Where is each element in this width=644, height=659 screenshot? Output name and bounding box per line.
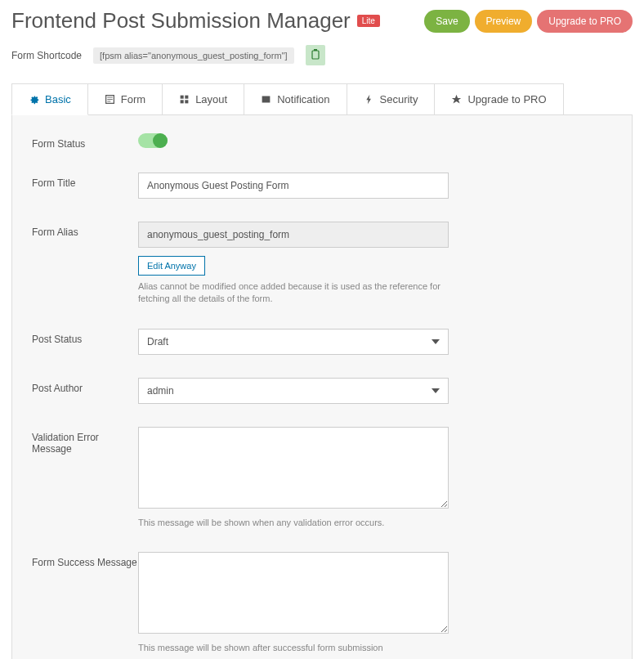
tab-layout[interactable]: Layout <box>162 83 244 114</box>
success-message-help: This message will be shown after success… <box>138 642 449 654</box>
upgrade-button[interactable]: Upgrade to PRO <box>537 10 633 33</box>
tab-security[interactable]: Security <box>347 83 436 114</box>
copy-icon <box>311 48 320 62</box>
tab-basic[interactable]: Basic <box>11 83 88 115</box>
svg-rect-0 <box>312 51 319 59</box>
copy-shortcode-button[interactable] <box>306 45 325 65</box>
edit-anyway-button[interactable]: Edit Anyway <box>138 256 205 276</box>
shortcode-value: [fpsm alias="anonymous_guest_posting_for… <box>93 47 293 64</box>
post-author-select[interactable]: admin <box>138 378 449 404</box>
tab-label: Form <box>121 93 145 105</box>
post-status-select[interactable]: Draft <box>138 329 449 355</box>
form-alias-label: Form Alias <box>32 222 138 238</box>
shortcode-label: Form Shortcode <box>11 50 82 61</box>
post-status-label: Post Status <box>32 329 138 345</box>
preview-button[interactable]: Preview <box>475 10 533 33</box>
tab-label: Upgrade to PRO <box>467 93 546 105</box>
success-message-textarea[interactable] <box>138 552 449 634</box>
lite-badge: Lite <box>357 15 380 27</box>
svg-rect-9 <box>185 100 188 103</box>
page-title: Frontend Post Submission Manager <box>11 8 351 34</box>
bolt-icon <box>364 94 374 105</box>
validation-error-textarea[interactable] <box>138 427 449 509</box>
tab-label: Layout <box>195 93 227 105</box>
save-button[interactable]: Save <box>424 10 469 33</box>
success-message-label: Form Success Message <box>32 552 138 568</box>
star-icon <box>451 94 462 105</box>
post-author-label: Post Author <box>32 378 138 394</box>
svg-rect-8 <box>181 100 184 103</box>
validation-error-label: Validation Error Message <box>32 427 138 455</box>
svg-rect-6 <box>181 96 184 99</box>
validation-error-help: This message will be shown when any vali… <box>138 517 449 529</box>
form-icon <box>105 94 115 105</box>
tab-notification[interactable]: Notification <box>244 83 347 114</box>
form-status-toggle[interactable] <box>138 133 168 148</box>
tab-label: Notification <box>277 93 329 105</box>
svg-rect-1 <box>314 49 317 51</box>
form-alias-input <box>138 222 449 248</box>
tab-label: Basic <box>45 93 71 105</box>
tab-upgrade[interactable]: Upgrade to PRO <box>434 83 563 114</box>
mail-icon <box>261 94 271 105</box>
gear-icon <box>29 94 39 105</box>
tab-form[interactable]: Form <box>87 83 163 114</box>
svg-rect-7 <box>185 96 188 99</box>
form-alias-help: Alias cannot be modified once added beca… <box>138 280 449 306</box>
form-title-input[interactable] <box>138 173 449 199</box>
layout-icon <box>179 94 190 105</box>
tabs: Basic Form Layout Notification Security … <box>11 83 633 115</box>
form-status-label: Form Status <box>32 133 138 150</box>
form-title-label: Form Title <box>32 173 138 189</box>
tab-label: Security <box>380 93 418 105</box>
